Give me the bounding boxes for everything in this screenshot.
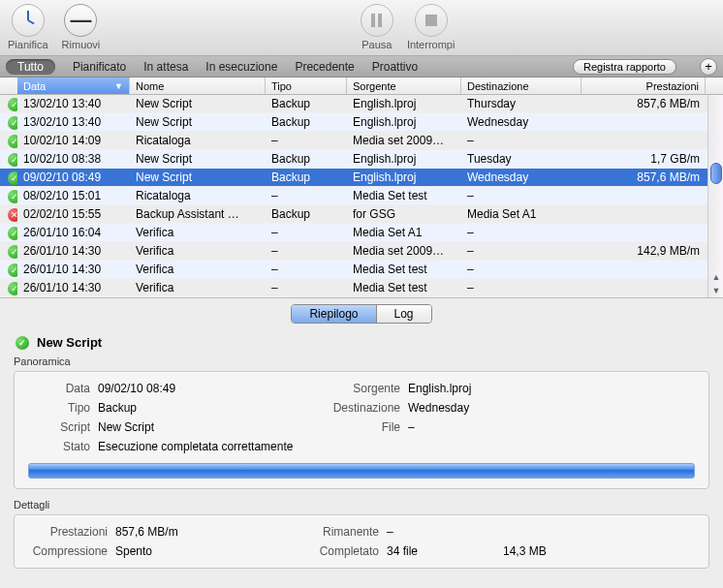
filter-tutto[interactable]: Tutto: [6, 59, 55, 75]
value-rimanente: –: [387, 525, 503, 539]
value-script: New Script: [98, 420, 330, 434]
status-ok-icon: ✓: [16, 336, 29, 350]
cell-nome: New Script: [130, 170, 266, 184]
table-row[interactable]: ✓10/02/10 08:38New ScriptBackupEnglish.l…: [0, 150, 723, 169]
tab-log[interactable]: Log: [376, 305, 431, 323]
cell-tipo: –: [266, 189, 347, 202]
table-row[interactable]: ✓10/02/10 14:09Ricataloga–Media set 2009…: [0, 132, 723, 150]
value-sorgente: English.lproj: [408, 382, 695, 395]
cell-prestazioni: 142,9 MB/m: [582, 244, 706, 258]
filter-proattivo[interactable]: Proattivo: [372, 60, 418, 74]
col-status[interactable]: [0, 77, 17, 94]
status-ok-icon: ✓: [8, 190, 17, 203]
cell-status: ✓: [0, 281, 17, 295]
filter-in-esecuzione[interactable]: In esecuzione: [205, 60, 277, 74]
cell-nome: Verifica: [130, 263, 266, 276]
pianifica-button[interactable]: Pianifica: [8, 4, 48, 50]
filter-in-attesa[interactable]: In attesa: [143, 60, 188, 74]
cell-destinazione: Media Set A1: [461, 207, 582, 221]
cell-tipo: –: [266, 134, 347, 147]
cell-sorgente: English.lproj: [347, 152, 461, 166]
cell-data: 13/02/10 13:40: [17, 97, 130, 110]
scroll-down-icon[interactable]: ▼: [708, 284, 723, 297]
cell-sorgente: for GSG: [347, 207, 461, 221]
label-prestazioni: Prestazioni: [28, 525, 115, 539]
cell-destinazione: –: [461, 226, 582, 239]
scroll-up-icon[interactable]: ▲: [708, 270, 723, 284]
cell-destinazione: –: [461, 281, 582, 294]
cell-destinazione: –: [461, 189, 582, 202]
table-row[interactable]: ✓08/02/10 15:01Ricataloga–Media Set test…: [0, 187, 723, 205]
rimuovi-label: Rimuovi: [62, 39, 101, 50]
status-ok-icon: ✓: [8, 245, 17, 259]
cell-data: 26/01/10 14:30: [17, 244, 130, 258]
col-prestazioni[interactable]: Prestazioni: [582, 77, 706, 94]
dettagli-label: Dettagli: [14, 499, 709, 511]
table-row[interactable]: ✓13/02/10 13:40New ScriptBackupEnglish.l…: [0, 95, 723, 113]
table-row[interactable]: ✓26/01/10 14:30Verifica–Media Set test–: [0, 279, 723, 297]
cell-status: ✓: [0, 244, 17, 259]
table-row[interactable]: ✓26/01/10 16:04Verifica–Media Set A1–: [0, 224, 723, 242]
interrompi-button[interactable]: Interrompi: [407, 4, 456, 50]
cell-sorgente: Media Set A1: [347, 226, 461, 239]
label-destinazione: Destinazione: [330, 401, 408, 415]
filter-precedente[interactable]: Precedente: [295, 60, 354, 74]
table-row[interactable]: ✓13/02/10 13:40New ScriptBackupEnglish.l…: [0, 113, 723, 132]
cell-destinazione: –: [461, 134, 582, 147]
cell-nome: Backup Assistant …: [130, 207, 266, 221]
tab-riepilogo[interactable]: Riepilogo: [292, 305, 375, 323]
scrollbar[interactable]: ▲ ▼: [707, 95, 723, 297]
table-row[interactable]: ✓09/02/10 08:49New ScriptBackupEnglish.l…: [0, 169, 723, 187]
activity-table: Data▼ Nome Tipo Sorgente Destinazione Pr…: [0, 77, 723, 297]
status-ok-icon: ✓: [8, 135, 17, 148]
cell-destinazione: Wednesday: [461, 170, 582, 184]
toolbar: Pianifica — Rimuovi Pausa Interrompi: [0, 0, 723, 56]
value-tipo: Backup: [98, 401, 330, 415]
detail-title: New Script: [37, 335, 102, 350]
pianifica-label: Pianifica: [8, 39, 48, 50]
cell-tipo: Backup: [266, 152, 347, 166]
scrollbar-thumb[interactable]: [710, 163, 722, 184]
cell-data: 13/02/10 13:40: [17, 115, 130, 129]
table-row[interactable]: ✓26/01/10 14:30Verifica–Media Set test–: [0, 261, 723, 279]
status-ok-icon: ✓: [8, 171, 17, 185]
cell-data: 08/02/10 15:01: [17, 189, 130, 202]
value-data: 09/02/10 08:49: [98, 382, 330, 395]
col-nome[interactable]: Nome: [130, 77, 266, 94]
value-compressione: Spento: [115, 544, 309, 558]
cell-nome: New Script: [130, 152, 266, 166]
rimuovi-button[interactable]: — Rimuovi: [62, 4, 101, 50]
cell-sorgente: Media Set test: [347, 263, 461, 276]
cell-sorgente: Media Set test: [347, 189, 461, 202]
col-tipo[interactable]: Tipo: [266, 77, 347, 94]
value-completato-size: 14,3 MB: [503, 544, 695, 558]
cell-tipo: Backup: [266, 207, 347, 221]
cell-data: 10/02/10 08:38: [17, 152, 130, 166]
progress-bar: [28, 463, 695, 479]
clock-icon: [12, 4, 45, 37]
filter-pianificato[interactable]: Pianificato: [73, 60, 126, 74]
label-script: Script: [28, 420, 98, 434]
cell-data: 26/01/10 16:04: [17, 226, 130, 239]
col-data[interactable]: Data▼: [17, 77, 130, 94]
value-destinazione: Wednesday: [408, 401, 695, 415]
value-stato: Esecuzione completata correttamente: [98, 440, 695, 453]
col-sorgente[interactable]: Sorgente: [347, 77, 461, 94]
detail-panel: ✓ New Script Panoramica Data 09/02/10 08…: [0, 329, 723, 578]
cell-destinazione: Thursday: [461, 97, 582, 110]
status-ok-icon: ✓: [8, 116, 17, 130]
col-scrollgutter: [706, 77, 723, 94]
cell-status: ✓: [0, 134, 17, 148]
label-stato: Stato: [28, 440, 98, 453]
pausa-button[interactable]: Pausa: [361, 4, 393, 50]
cell-destinazione: Tuesday: [461, 152, 582, 166]
col-destinazione[interactable]: Destinazione: [461, 77, 582, 94]
registra-rapporto-button[interactable]: Registra rapporto: [573, 59, 676, 75]
cell-nome: Ricataloga: [130, 134, 266, 147]
table-row[interactable]: ✓26/01/10 14:30Verifica–Media set 2009…–…: [0, 242, 723, 261]
status-ok-icon: ✓: [8, 98, 17, 111]
cell-tipo: –: [266, 263, 347, 276]
cell-sorgente: Media set 2009…: [347, 244, 461, 258]
table-row[interactable]: ✕02/02/10 15:55Backup Assistant …Backupf…: [0, 205, 723, 224]
add-button[interactable]: +: [700, 58, 717, 76]
